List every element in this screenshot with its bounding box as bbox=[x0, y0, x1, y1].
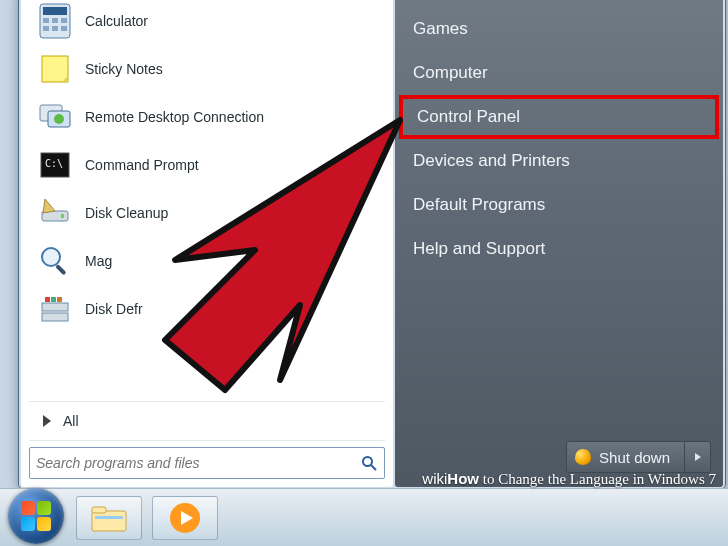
right-item-label: Computer bbox=[413, 63, 488, 82]
right-item-label: Default Programs bbox=[413, 195, 545, 214]
program-label: Calculator bbox=[85, 13, 148, 29]
sticky-notes-icon bbox=[35, 49, 75, 89]
program-label: Command Prompt bbox=[85, 157, 199, 173]
svg-rect-19 bbox=[42, 313, 68, 321]
taskbar bbox=[0, 488, 728, 546]
defrag-icon bbox=[35, 289, 75, 329]
shutdown-options-arrow[interactable] bbox=[684, 442, 710, 472]
program-label: Sticky Notes bbox=[85, 61, 163, 77]
shutdown-label: Shut down bbox=[599, 449, 670, 466]
cmd-icon: C:\ bbox=[35, 145, 75, 185]
explorer-icon bbox=[90, 503, 128, 533]
svg-text:C:\: C:\ bbox=[45, 158, 63, 169]
svg-rect-20 bbox=[45, 297, 50, 302]
svg-point-16 bbox=[42, 248, 60, 266]
right-item-games[interactable]: Games bbox=[395, 7, 723, 51]
disk-cleanup-icon bbox=[35, 193, 75, 233]
tutorial-caption: wikiHow to Change the Language in Window… bbox=[422, 470, 716, 488]
svg-point-23 bbox=[363, 457, 372, 466]
taskbar-media-player[interactable] bbox=[152, 496, 218, 540]
shutdown-button[interactable]: Shut down bbox=[566, 441, 711, 473]
program-defrag[interactable]: Disk Defr bbox=[29, 285, 391, 333]
program-cmd[interactable]: C:\ Command Prompt bbox=[29, 141, 391, 189]
svg-rect-3 bbox=[52, 18, 58, 23]
caption-text: to Change the Language in Windows 7 bbox=[479, 471, 716, 487]
rdp-icon bbox=[35, 97, 75, 137]
programs-list: Calculator Sticky Notes Remote Desktop C… bbox=[23, 0, 391, 399]
svg-rect-25 bbox=[92, 511, 126, 531]
svg-rect-27 bbox=[95, 516, 123, 519]
right-item-computer[interactable]: Computer bbox=[395, 51, 723, 95]
search-icon bbox=[360, 454, 378, 472]
chevron-right-icon bbox=[43, 415, 51, 427]
svg-rect-18 bbox=[42, 303, 68, 311]
media-player-icon bbox=[168, 501, 202, 535]
svg-rect-2 bbox=[43, 18, 49, 23]
program-calculator[interactable]: Calculator bbox=[29, 0, 391, 45]
svg-rect-6 bbox=[52, 26, 58, 31]
svg-rect-5 bbox=[43, 26, 49, 31]
svg-point-11 bbox=[54, 114, 64, 124]
program-label: Mag bbox=[85, 253, 112, 269]
right-list: Games Computer Control Panel Devices and… bbox=[395, 1, 723, 437]
svg-rect-21 bbox=[51, 297, 56, 302]
right-item-help[interactable]: Help and Support bbox=[395, 227, 723, 271]
program-label: Disk Defr bbox=[85, 301, 143, 317]
right-item-label: Devices and Printers bbox=[413, 151, 570, 170]
svg-rect-26 bbox=[92, 507, 106, 513]
start-right-pane: Games Computer Control Panel Devices and… bbox=[395, 0, 723, 487]
svg-rect-4 bbox=[61, 18, 67, 23]
svg-rect-17 bbox=[55, 264, 66, 275]
svg-line-24 bbox=[371, 465, 376, 470]
calculator-icon bbox=[35, 1, 75, 41]
right-item-label: Control Panel bbox=[417, 107, 520, 126]
start-button[interactable] bbox=[8, 488, 64, 544]
right-item-control-panel[interactable]: Control Panel bbox=[399, 95, 719, 139]
svg-rect-22 bbox=[57, 297, 62, 302]
svg-rect-7 bbox=[61, 26, 67, 31]
right-item-label: Help and Support bbox=[413, 239, 545, 258]
separator bbox=[29, 401, 385, 402]
all-programs[interactable]: All bbox=[23, 404, 391, 438]
program-sticky-notes[interactable]: Sticky Notes bbox=[29, 45, 391, 93]
svg-rect-15 bbox=[61, 214, 64, 218]
shutdown-main[interactable]: Shut down bbox=[567, 449, 684, 466]
all-programs-label: All bbox=[63, 413, 79, 429]
svg-rect-8 bbox=[42, 56, 68, 82]
program-rdp[interactable]: Remote Desktop Connection bbox=[29, 93, 391, 141]
start-menu: Calculator Sticky Notes Remote Desktop C… bbox=[18, 0, 726, 490]
start-left-pane: Calculator Sticky Notes Remote Desktop C… bbox=[21, 0, 393, 487]
magnifier-icon bbox=[35, 241, 75, 281]
search-input[interactable] bbox=[36, 455, 360, 471]
right-item-label: Games bbox=[413, 19, 468, 38]
right-item-devices[interactable]: Devices and Printers bbox=[395, 139, 723, 183]
svg-rect-1 bbox=[43, 7, 67, 15]
program-disk-cleanup[interactable]: Disk Cleanup bbox=[29, 189, 391, 237]
taskbar-explorer[interactable] bbox=[76, 496, 142, 540]
search-box[interactable] bbox=[29, 447, 385, 479]
program-label: Disk Cleanup bbox=[85, 205, 168, 221]
separator bbox=[29, 440, 385, 441]
search-row bbox=[23, 443, 391, 481]
program-label: Remote Desktop Connection bbox=[85, 109, 264, 125]
program-magnifier[interactable]: Mag bbox=[29, 237, 391, 285]
shield-icon bbox=[575, 449, 591, 465]
right-item-default-programs[interactable]: Default Programs bbox=[395, 183, 723, 227]
